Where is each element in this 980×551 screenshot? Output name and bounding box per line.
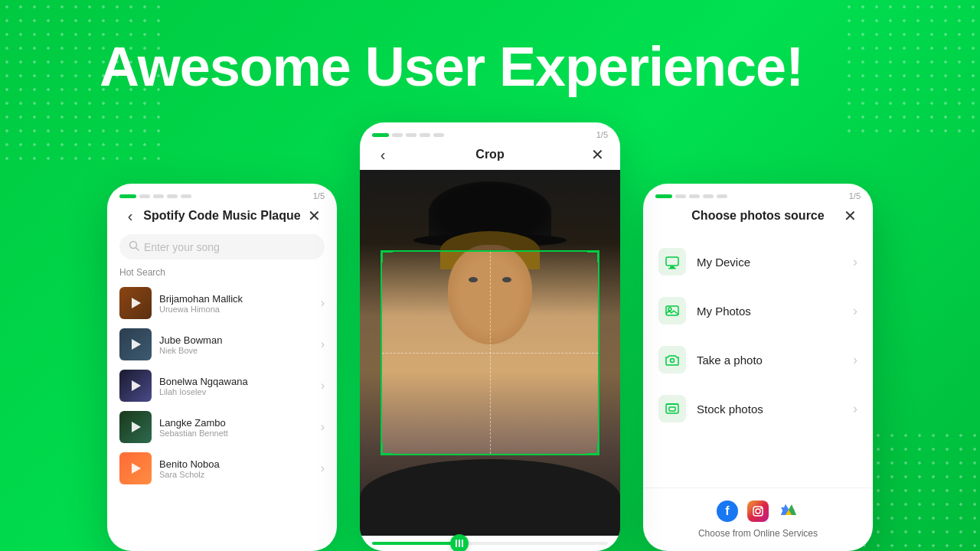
center-page-num: 1/5: [596, 130, 608, 139]
online-services-section: f: [643, 487, 873, 551]
stock-icon-box: [658, 395, 686, 422]
crop-corner-tl[interactable]: [381, 250, 393, 262]
source-device-label: My Device: [697, 256, 842, 269]
list-item[interactable]: Langke Zambo Sebastian Bennett ›: [107, 406, 337, 448]
chevron-right-icon: ›: [321, 420, 325, 434]
photos-icon: [665, 303, 680, 318]
google-drive-icon[interactable]: [778, 500, 799, 522]
song-info: Jube Bowman Niek Bove: [159, 334, 313, 355]
source-camera-label: Take a photo: [697, 354, 842, 367]
left-progress-dots: [119, 194, 191, 198]
crop-corner-br[interactable]: [587, 443, 599, 455]
search-icon: [129, 240, 139, 253]
song-artist: Sebastian Bennett: [159, 429, 313, 438]
center-progress-dots: [372, 133, 444, 137]
left-search-bar[interactable]: Enter your song: [119, 234, 325, 259]
hero-title: Awesome User Experience!: [100, 37, 803, 97]
dot-3: [153, 194, 164, 198]
crop-box[interactable]: [381, 250, 599, 455]
camera-icon: [665, 352, 680, 367]
slider-thumb[interactable]: [450, 534, 469, 551]
song-artist: Uruewa Himona: [159, 305, 313, 314]
source-stock-label: Stock photos: [697, 403, 842, 416]
dot-4: [703, 194, 714, 198]
crop-dim-right: [599, 250, 620, 455]
right-progress-dots: [655, 194, 727, 198]
dot-3: [689, 194, 700, 198]
song-thumbnail: [119, 287, 152, 319]
list-item[interactable]: Bonelwa Ngqawana Lilah Ioselev ›: [107, 365, 337, 406]
dot-4: [420, 133, 430, 137]
svg-rect-2: [666, 257, 678, 266]
dot-1: [655, 194, 672, 198]
left-close-button[interactable]: ✕: [303, 207, 325, 225]
song-thumbnail: [119, 452, 152, 484]
crop-corner-tr[interactable]: [587, 250, 599, 262]
dot-4: [167, 194, 178, 198]
center-phone-header: ‹ Crop ✕: [360, 142, 620, 170]
song-info: Bonelwa Ngqawana Lilah Ioselev: [159, 376, 313, 396]
chevron-right-icon: ›: [321, 461, 325, 475]
facebook-icon[interactable]: f: [717, 500, 738, 522]
online-services-label: Choose from Online Services: [698, 528, 818, 539]
online-icons: f: [717, 500, 799, 522]
song-name: Brijamohan Mallick: [159, 293, 313, 305]
crop-dim-bottom: [360, 455, 620, 536]
song-name: Bonelwa Ngqawana: [159, 376, 313, 387]
svg-point-11: [756, 509, 760, 514]
chevron-right-icon: ›: [321, 337, 325, 351]
list-item[interactable]: Benito Noboa Sara Scholz ›: [107, 448, 337, 489]
source-item-device[interactable]: My Device ›: [643, 237, 873, 286]
song-name: Langke Zambo: [159, 417, 313, 429]
slider-track[interactable]: [372, 542, 608, 545]
right-page-num: 1/5: [849, 191, 861, 201]
dot-2: [392, 133, 403, 137]
song-info: Benito Noboa Sara Scholz: [159, 458, 313, 479]
camera-icon-box: [658, 346, 686, 373]
list-item[interactable]: Brijamohan Mallick Uruewa Himona ›: [107, 282, 337, 324]
source-device-chevron: ›: [853, 254, 858, 270]
list-item[interactable]: Jube Bowman Niek Bove ›: [107, 324, 337, 365]
device-icon: [665, 254, 680, 269]
crop-image-area: [360, 170, 620, 536]
crop-grid-vertical: [490, 252, 491, 454]
crop-overlay[interactable]: [360, 170, 620, 536]
source-photos-chevron: ›: [853, 303, 858, 319]
svg-rect-8: [666, 404, 678, 413]
center-back-button[interactable]: ‹: [372, 146, 394, 164]
dot-3: [406, 133, 416, 137]
left-back-button[interactable]: ‹: [119, 207, 141, 225]
svg-rect-4: [668, 268, 676, 269]
svg-rect-5: [666, 306, 678, 315]
source-photos-label: My Photos: [697, 305, 842, 318]
dot-5: [181, 194, 191, 198]
source-item-stock[interactable]: Stock photos ›: [643, 384, 873, 433]
dot-2: [675, 194, 686, 198]
left-progress-row: 1/5: [107, 184, 337, 204]
source-item-photos[interactable]: My Photos ›: [643, 286, 873, 335]
center-close-button[interactable]: ✕: [586, 145, 608, 164]
source-item-camera[interactable]: Take a photo ›: [643, 335, 873, 384]
device-icon-box: [658, 248, 686, 276]
phone-left: 1/5 ‹ Spotify Code Music Plaque ✕ Enter …: [107, 184, 337, 551]
song-list: Brijamohan Mallick Uruewa Himona › Jube …: [107, 282, 337, 551]
crop-corner-bl[interactable]: [381, 443, 393, 455]
dot-2: [139, 194, 150, 198]
dot-5: [433, 133, 444, 137]
song-info: Brijamohan Mallick Uruewa Himona: [159, 293, 313, 314]
song-artist: Lilah Ioselev: [159, 387, 313, 396]
dots-pattern-tr: [842, 0, 980, 138]
right-close-button[interactable]: ✕: [839, 207, 861, 225]
instagram-icon[interactable]: [747, 500, 769, 522]
search-placeholder: Enter your song: [144, 241, 220, 253]
crop-dim-top: [360, 170, 620, 250]
slider-fill: [372, 542, 455, 545]
svg-line-1: [136, 248, 139, 251]
hot-search-label: Hot Search: [107, 266, 337, 282]
stock-icon: [665, 401, 680, 416]
chevron-right-icon: ›: [321, 379, 325, 393]
dot-1: [119, 194, 136, 198]
source-stock-chevron: ›: [853, 401, 858, 417]
center-header-title: Crop: [394, 148, 586, 161]
crop-dim-left: [360, 250, 381, 455]
